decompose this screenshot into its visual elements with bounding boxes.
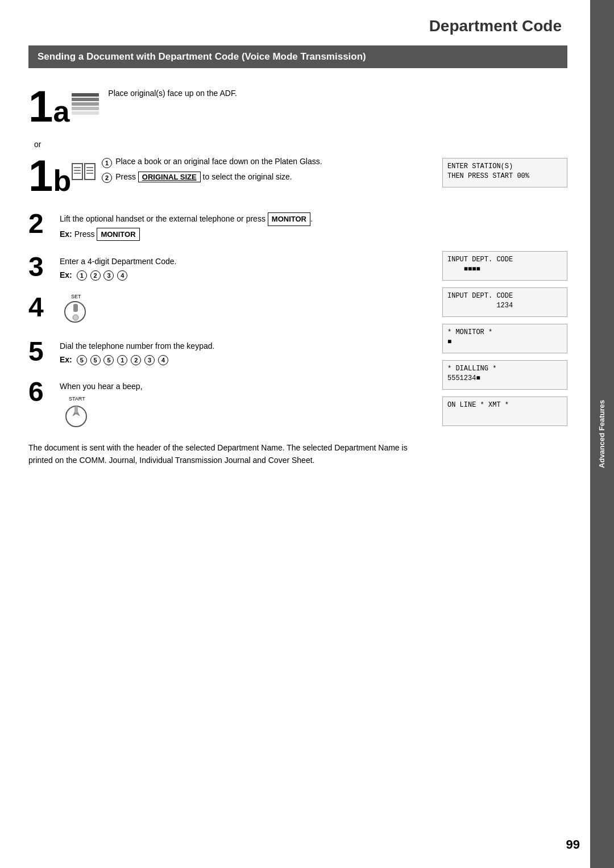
ex5-circle-2: 5 bbox=[90, 355, 101, 365]
lcd-screen-4: * MONITOR * ■ bbox=[442, 324, 567, 353]
section-header: Sending a Document with Department Code … bbox=[28, 45, 567, 68]
description: The document is sent with the header of … bbox=[28, 441, 431, 467]
svg-rect-6 bbox=[85, 164, 95, 180]
step-6: 6 When you hear a beep, START bbox=[28, 377, 431, 430]
ex3-circle-3: 3 bbox=[103, 270, 114, 281]
ex5-circle-7: 4 bbox=[158, 355, 168, 365]
step-5-text: Dial the telephone number from the keypa… bbox=[60, 340, 431, 352]
step-5-number: 5 bbox=[28, 337, 60, 365]
svg-rect-20 bbox=[74, 406, 78, 413]
ex5-circle-3: 5 bbox=[103, 355, 114, 365]
svg-rect-4 bbox=[72, 111, 99, 115]
step-6-number: 6 bbox=[28, 377, 60, 406]
step-3-content: Enter a 4-digit Department Code. Ex: 1 2… bbox=[60, 252, 431, 281]
svg-rect-1 bbox=[72, 98, 99, 101]
start-icon: START bbox=[60, 395, 431, 430]
ex5-circle-1: 5 bbox=[77, 355, 87, 365]
svg-rect-3 bbox=[72, 107, 99, 110]
or-divider: or bbox=[34, 140, 431, 149]
step-1b-content: 1 Place a book or an original face down … bbox=[102, 153, 431, 186]
ex3-circle-2: 2 bbox=[90, 270, 101, 281]
step-2-ex: Ex: Press MONITOR bbox=[60, 228, 431, 241]
step-5: 5 Dial the telephone number from the key… bbox=[28, 337, 431, 366]
description-text: The document is sent with the header of … bbox=[28, 441, 431, 467]
lcd-spacer-1 bbox=[442, 84, 567, 158]
step-1a-text: Place original(s) face up on the ADF. bbox=[108, 87, 431, 99]
ex3-circle-4: 4 bbox=[117, 270, 127, 281]
monitor-button-ex[interactable]: MONITOR bbox=[97, 228, 139, 241]
step-1b-sub1: 1 Place a book or an original face down … bbox=[102, 157, 431, 168]
step-1b-sub2-text: Press ORIGINAL SIZE to select the origin… bbox=[115, 172, 292, 182]
ex5-circle-4: 1 bbox=[117, 355, 127, 365]
step-5-content: Dial the telephone number from the keypa… bbox=[60, 337, 431, 366]
svg-text:START: START bbox=[69, 396, 85, 402]
svg-rect-2 bbox=[72, 102, 99, 106]
monitor-button-2[interactable]: MONITOR bbox=[268, 212, 310, 226]
lcd-screen-3: INPUT DEPT. CODE 1234 bbox=[442, 287, 567, 317]
step-1a-number: 1a bbox=[28, 84, 69, 128]
step-1b-sub1-text: Place a book or an original face down on… bbox=[115, 157, 322, 166]
lcd-panels: ENTER STATION(S) THEN PRESS START 00% IN… bbox=[442, 84, 567, 467]
step-1b-sub2: 2 Press ORIGINAL SIZE to select the orig… bbox=[102, 172, 431, 183]
svg-text:SET: SET bbox=[71, 294, 81, 299]
ex5-circle-6: 3 bbox=[144, 355, 155, 365]
set-icon: SET bbox=[60, 293, 90, 326]
step-3-ex: Ex: 1 2 3 4 bbox=[60, 269, 431, 281]
svg-rect-5 bbox=[72, 164, 82, 180]
step-2-text: Lift the optional handset or the externa… bbox=[60, 212, 431, 226]
page-number: 99 bbox=[566, 837, 580, 852]
circle-2: 2 bbox=[102, 173, 112, 183]
step-2-content: Lift the optional handset or the externa… bbox=[60, 209, 431, 241]
step-2: 2 Lift the optional handset or the exter… bbox=[28, 209, 431, 241]
lcd-spacer-2 bbox=[442, 194, 567, 251]
lcd-screen-5: * DIALLING * 5551234■ bbox=[442, 360, 567, 390]
platen-icon bbox=[71, 158, 96, 187]
step-1a: 1a Place original(s) face up on the ADF. bbox=[28, 84, 431, 128]
circle-1: 1 bbox=[102, 158, 112, 168]
svg-rect-0 bbox=[72, 93, 99, 97]
step-6-content: When you hear a beep, START bbox=[60, 377, 431, 430]
step-6-text: When you hear a beep, bbox=[60, 381, 431, 393]
step-5-ex: Ex: 5 5 5 1 2 3 4 bbox=[60, 354, 431, 366]
svg-point-16 bbox=[73, 315, 78, 320]
step-3: 3 Enter a 4-digit Department Code. Ex: 1… bbox=[28, 252, 431, 281]
step-4: 4 SET bbox=[28, 293, 431, 326]
ex3-circle-1: 1 bbox=[77, 270, 87, 281]
step-3-number: 3 bbox=[28, 252, 60, 281]
adf-icon bbox=[69, 89, 102, 118]
step-3-text: Enter a 4-digit Department Code. bbox=[60, 256, 431, 268]
sidebar-label: Advanced Features bbox=[598, 400, 607, 468]
lcd-screen-2: INPUT DEPT. CODE ■■■■ bbox=[442, 251, 567, 281]
sidebar: Advanced Features bbox=[590, 0, 614, 868]
original-size-button[interactable]: ORIGINAL SIZE bbox=[138, 172, 201, 182]
ex5-circle-5: 2 bbox=[131, 355, 141, 365]
lcd-screen-6: ON LINE * XMT * bbox=[442, 397, 567, 426]
step-2-number: 2 bbox=[28, 209, 60, 237]
instructions-panel: 1a Place original(s) face up on the ADF. bbox=[28, 84, 442, 467]
page-title: Department Code bbox=[28, 17, 567, 35]
lcd-screen-1: ENTER STATION(S) THEN PRESS START 00% bbox=[442, 158, 567, 187]
step-1b-number: 1b bbox=[28, 153, 71, 198]
step-1a-content: Place original(s) face up on the ADF. bbox=[108, 84, 431, 99]
svg-rect-15 bbox=[73, 304, 78, 312]
step-4-number: 4 bbox=[28, 293, 60, 321]
step-1b: 1b bbox=[28, 153, 431, 198]
